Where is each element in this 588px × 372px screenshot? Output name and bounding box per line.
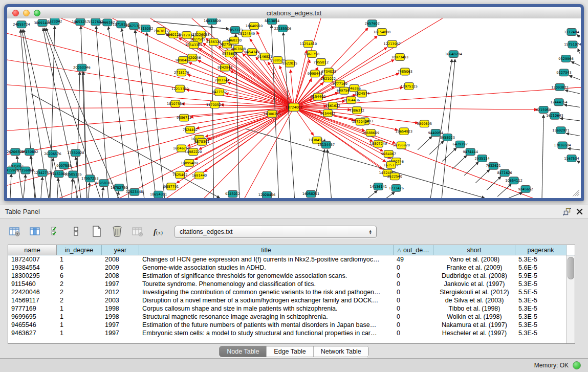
table-cell: de Silva et al. (2003) (433, 296, 515, 304)
graph-node-label: 11700524 (206, 103, 223, 107)
table-cell: Tourette syndrome. Phenomenology and cla… (139, 280, 394, 288)
graph-node-label: 19654923 (396, 129, 412, 134)
table-cell: 2008 (102, 272, 139, 280)
table-cell: 1997 (102, 329, 139, 337)
window-titlebar[interactable]: citations_edges.txt (7, 7, 581, 19)
table-cell: 2012 (102, 288, 139, 296)
table-cell: 5.3E-5 (515, 313, 567, 321)
graph-edge (31, 156, 36, 198)
graph-edge (24, 174, 26, 198)
import-table-disabled-button[interactable] (130, 225, 145, 238)
graph-node-label: 11254810 (300, 42, 317, 46)
select-columns-button[interactable] (49, 225, 63, 238)
column-header-short[interactable]: short (433, 245, 515, 255)
table-settings-button[interactable] (8, 225, 22, 238)
canvas-resize-grip[interactable] (573, 190, 579, 196)
tab-node-table[interactable]: Node Table (220, 346, 267, 357)
column-header-in_degree[interactable]: in_degree (57, 245, 102, 255)
table-row[interactable]: 1872400712008Changes of HCN gene express… (8, 255, 567, 264)
graph-node-label: 16958107 (95, 181, 112, 185)
graph-node-label: 6479197 (453, 142, 468, 146)
column-header-title[interactable]: title (139, 245, 394, 255)
graph-edge (57, 178, 58, 198)
graph-node-label: 8813054 (265, 19, 279, 23)
graph-node-label: 17359928 (67, 151, 84, 155)
table-cell: 0 (394, 329, 433, 337)
graph-node-label: 6734028 (321, 70, 336, 74)
graph-node-label: 16958251 (302, 192, 319, 196)
table-cell: 18300295 (8, 272, 57, 280)
table-cell: Disruption of a novel member of a sodium… (139, 296, 394, 304)
memory-status-icon[interactable] (573, 361, 581, 369)
graph-node-label: 1661622 (325, 104, 340, 108)
network-view[interactable]: 7963822896012889129342322605898275051654… (7, 18, 581, 198)
table-cell: 1998 (102, 313, 139, 321)
float-panel-icon[interactable] (563, 208, 571, 215)
graph-node-label: 10688609 (362, 131, 379, 135)
graph-node-label: 1615132 (384, 163, 399, 167)
table-row[interactable]: 2242004622012Investigating the contribut… (8, 288, 567, 296)
new-table-button[interactable] (90, 225, 104, 238)
table-header-row[interactable]: namein_degreeyeartitle△out_de…shortpager… (8, 245, 575, 255)
table-settings-icon (9, 226, 21, 238)
tab-edge-table[interactable]: Edge Table (267, 346, 313, 357)
graph-edge (89, 183, 90, 198)
graph-node-label: 12920456 (258, 193, 275, 197)
graph-edge (327, 149, 331, 198)
graph-edge (135, 30, 156, 198)
graph-edge (236, 34, 239, 198)
graph-node-label: 1691440 (192, 173, 207, 178)
table-row[interactable]: 1830029562008Estimation of significance … (8, 272, 567, 280)
graph-node-label: 9245012 (225, 192, 240, 196)
graph-node-label: 18724007 (286, 105, 302, 110)
function-builder-button[interactable]: f(x) (151, 225, 165, 238)
delete-table-button[interactable] (110, 225, 124, 238)
column-header-pagerank[interactable]: pagerank (515, 245, 567, 255)
graph-node-label: 9899695 (417, 122, 432, 126)
graph-node-label: 15124549 (238, 32, 255, 36)
row-height-icon (73, 226, 79, 238)
graph-edge (368, 190, 377, 198)
table-scrollbar-thumb[interactable] (568, 257, 574, 279)
graph-node-label: 7955812 (314, 60, 329, 64)
graph-edge (575, 192, 579, 196)
close-panel-icon[interactable] (576, 208, 583, 215)
column-header-year[interactable]: year (102, 245, 139, 255)
table-cell: 5.5E-5 (515, 288, 567, 296)
graph-node-label: 11156869 (17, 168, 34, 172)
graph-node-label: 1623042 (47, 19, 62, 24)
table-row[interactable]: 977716911998Corpus callosum shape and si… (8, 304, 567, 313)
row-height-button[interactable] (69, 225, 83, 238)
graph-node-label: 9440954 (428, 131, 443, 135)
table-cell: 5.6E-5 (515, 264, 567, 272)
table-row[interactable]: 1938455462009Genome-wide association stu… (8, 264, 567, 272)
table-row[interactable]: 946362711997Embryonic stem cells: a mode… (8, 329, 567, 337)
table-row[interactable]: 946554611997Estimation of the future num… (8, 321, 567, 329)
graph-node-label: 16640910 (246, 24, 263, 28)
graph-node-label: 2803144 (214, 78, 229, 82)
column-header-name[interactable]: name (8, 245, 57, 255)
graph-node-label: 14136141 (370, 185, 387, 189)
graph-node-label: 16210643 (546, 114, 563, 118)
table-scrollbar[interactable] (566, 255, 575, 343)
table-body[interactable]: 1872400712008Changes of HCN gene express… (8, 255, 567, 343)
show-columns-button[interactable] (28, 225, 42, 238)
graph-node-label: 16154808 (374, 30, 390, 34)
table-row[interactable]: 1456911722003Disruption of a novel membe… (8, 296, 567, 304)
function-icon: f(x) (154, 228, 163, 236)
table-row[interactable]: 969969511998Structural magnetic resonanc… (8, 313, 567, 321)
graph-edge (542, 115, 543, 198)
graph-edge (442, 148, 456, 161)
graph-node-label: 18807249 (370, 142, 387, 146)
graph-edge (497, 184, 511, 197)
column-header-out_de[interactable]: △out_de… (394, 245, 433, 255)
graph-node-label: 15692971 (552, 128, 569, 133)
graph-node-label: 15720407 (352, 120, 369, 124)
dropdown-arrows-icon: ▲▼ (369, 229, 376, 234)
table-cell: Stergiakouli et al. (2012) (433, 288, 515, 296)
table-selector-dropdown[interactable]: citations_edges.txt▲▼ (175, 226, 377, 238)
tab-network-table[interactable]: Network Table (314, 346, 368, 357)
table-cell: 9465546 (8, 321, 57, 329)
table-row[interactable]: 911546021997Tourette syndrome. Phenomeno… (8, 280, 567, 288)
graph-node-label: 10653257 (72, 20, 89, 24)
